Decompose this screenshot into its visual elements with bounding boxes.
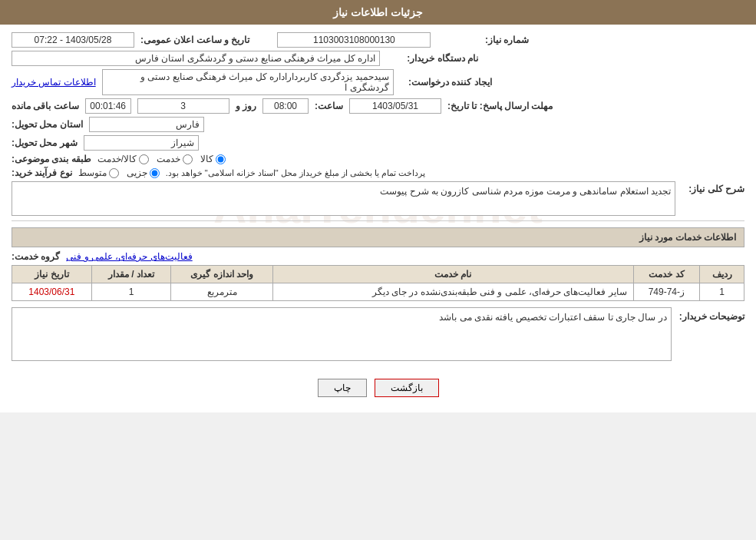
- purchase-type-jozi-radio[interactable]: [150, 168, 160, 178]
- purchase-type-motavasset-label: متوسط: [78, 167, 107, 178]
- top-info-row: شماره نیاز: 1103003108000130 تاریخ و ساع…: [12, 32, 744, 48]
- buyer-notes-value: در سال جاری تا سقف اعتبارات تخصیص یافته …: [12, 307, 672, 361]
- purchase-type-motavasset: متوسط: [78, 167, 119, 178]
- purchase-type-jozi-label: جزیی: [127, 167, 147, 178]
- category-khedmat-label: خدمت: [157, 154, 180, 164]
- content-area: شماره نیاز: 1103003108000130 تاریخ و ساع…: [0, 25, 756, 412]
- deadline-label: مهلت ارسال پاسخ: تا تاریخ:: [447, 101, 553, 111]
- category-kala-khedmat-label: کالا/خدمت: [97, 154, 137, 164]
- cell-code: ز-74-749: [633, 283, 700, 301]
- purchase-type-note: پرداخت تمام یا بخشی از مبلغ خریداز محل "…: [166, 168, 426, 178]
- province-row: استان محل تحویل: فارس: [12, 117, 744, 132]
- col-code: کد خدمت: [633, 266, 700, 283]
- purchase-type-motavasset-radio[interactable]: [109, 168, 119, 178]
- category-row: طبقه بندی موضوعی: کالا/خدمت خدمت کالا: [12, 154, 744, 164]
- category-khedmat-radio[interactable]: [183, 154, 193, 164]
- cell-qty: 1: [91, 283, 171, 301]
- deadline-day-label: روز و: [236, 101, 256, 111]
- creator-label: ایجاد کننده درخواست:: [400, 77, 492, 88]
- cell-unit: مترمربع: [171, 283, 273, 301]
- col-qty: تعداد / مقدار: [91, 266, 171, 283]
- col-date: تاریخ نیاز: [12, 266, 92, 283]
- need-number-value: 1103003108000130: [277, 32, 431, 48]
- category-radio-group: کالا/خدمت خدمت کالا: [97, 154, 226, 164]
- description-value: تجدید استعلام ساماندهی و مرمت موزه مردم …: [12, 181, 675, 216]
- page-header: جزئیات اطلاعات نیاز: [0, 0, 756, 25]
- creator-value: سیدحمید یزدگردی کاربرداراداره کل میراث ف…: [102, 69, 394, 95]
- buyer-org-label: نام دستگاه خریدار:: [386, 53, 478, 64]
- province-label: استان محل تحویل:: [12, 119, 83, 130]
- deadline-row: مهلت ارسال پاسخ: تا تاریخ: 1403/05/31 سا…: [12, 98, 744, 114]
- deadline-date: 1403/05/31: [349, 98, 441, 114]
- buyer-org-value: اداره کل میراث فرهنگی صنایع دستی و گردشگ…: [12, 51, 380, 66]
- deadline-time-label: ساعت:: [315, 101, 343, 111]
- category-option-khedmat: خدمت: [157, 154, 193, 164]
- category-kala-label: کالا: [200, 154, 213, 164]
- purchase-type-label: نوع فرآیند خرید:: [12, 167, 72, 178]
- category-kala-radio[interactable]: [216, 154, 226, 164]
- category-kala-khedmat-radio[interactable]: [139, 154, 149, 164]
- cell-name: سایر فعالیت‌های حرفه‌ای، علمی و فنی طبقه…: [273, 283, 634, 301]
- buyer-org-row: نام دستگاه خریدار: اداره کل میراث فرهنگی…: [12, 51, 744, 66]
- col-name: نام خدمت: [273, 266, 634, 283]
- city-row: شهر محل تحویل: شیراز: [12, 135, 744, 151]
- cell-date: 1403/06/31: [12, 283, 92, 301]
- services-section-header: اطلاعات خدمات مورد نیاز: [12, 227, 744, 247]
- buyer-notes-label: توضیحات خریدار:: [679, 307, 744, 322]
- need-number-label: شماره نیاز:: [437, 35, 529, 45]
- service-group-row: گروه خدمت: فعالیت‌های حرفه‌ای، علمی و فن…: [12, 251, 744, 262]
- deadline-remaining-label: ساعت باقی مانده: [12, 101, 79, 111]
- creator-link[interactable]: اطلاعات تماس خریدار: [12, 77, 96, 88]
- city-value: شیراز: [84, 135, 199, 151]
- bottom-buttons: چاپ بازگشت: [12, 367, 744, 405]
- province-value: فارس: [89, 117, 204, 132]
- description-row: شرح کلی نیاز: تجدید استعلام ساماندهی و م…: [12, 181, 744, 216]
- purchase-type-jozi: جزیی: [127, 167, 160, 178]
- col-unit: واحد اندازه گیری: [171, 266, 273, 283]
- print-button[interactable]: چاپ: [318, 379, 367, 397]
- buyer-notes-section: توضیحات خریدار: در سال جاری تا سقف اعتبا…: [12, 307, 744, 361]
- deadline-days: 3: [137, 98, 229, 114]
- service-group-label: گروه خدمت:: [12, 251, 60, 262]
- page-wrapper: AnaITender.net جزئیات اطلاعات نیاز شماره…: [0, 0, 756, 412]
- deadline-remaining: 00:01:46: [85, 98, 131, 114]
- cell-row-num: 1: [700, 283, 744, 301]
- announce-value: 1403/05/28 - 07:22: [12, 32, 134, 48]
- service-group-value[interactable]: فعالیت‌های حرفه‌ای، علمی و فنی: [66, 251, 192, 262]
- col-row-num: ردیف: [700, 266, 744, 283]
- back-button[interactable]: بازگشت: [375, 379, 439, 397]
- announce-label: تاریخ و ساعت اعلان عمومی:: [140, 35, 249, 45]
- deadline-time: 08:00: [262, 98, 309, 114]
- category-label: طبقه بندی موضوعی:: [12, 154, 91, 164]
- purchase-type-row: نوع فرآیند خرید: متوسط جزیی پرداخت تمام …: [12, 167, 744, 178]
- city-label: شهر محل تحویل:: [12, 137, 78, 148]
- purchase-type-radio-group: متوسط جزیی: [78, 167, 160, 178]
- description-label: شرح کلی نیاز:: [683, 181, 744, 194]
- category-option-kala: کالا: [200, 154, 226, 164]
- services-table: ردیف کد خدمت نام خدمت واحد اندازه گیری ت…: [12, 265, 744, 301]
- page-title: جزئیات اطلاعات نیاز: [333, 6, 423, 18]
- creator-row: ایجاد کننده درخواست: سیدحمید یزدگردی کار…: [12, 69, 744, 95]
- category-option-kala-khedmat: کالا/خدمت: [97, 154, 149, 164]
- table-row: 1 ز-74-749 سایر فعالیت‌های حرفه‌ای، علمی…: [12, 283, 744, 301]
